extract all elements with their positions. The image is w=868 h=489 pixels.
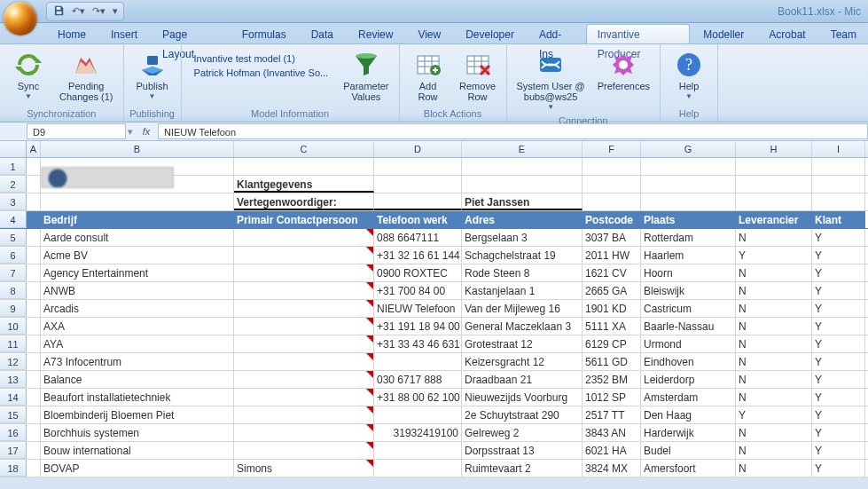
- cell[interactable]: Urmond: [641, 335, 736, 352]
- cell[interactable]: Y: [812, 282, 865, 299]
- row-header[interactable]: 5: [0, 229, 27, 246]
- cell[interactable]: [27, 371, 41, 388]
- cell[interactable]: [374, 353, 462, 370]
- cell[interactable]: [27, 406, 41, 423]
- cell[interactable]: 5611 GD: [583, 353, 641, 370]
- cell[interactable]: [234, 442, 374, 459]
- ribbon-tab-team[interactable]: Team: [819, 24, 868, 43]
- cell[interactable]: Y: [812, 335, 865, 352]
- cell[interactable]: 2e Schuytstraat 290: [462, 406, 583, 423]
- ribbon-tab-invantive-producer[interactable]: Invantive Producer: [586, 24, 691, 43]
- cell[interactable]: 1621 CV: [583, 264, 641, 281]
- column-title[interactable]: Leverancier: [736, 211, 812, 228]
- cell[interactable]: +31 191 18 94 00: [374, 318, 462, 335]
- column-title[interactable]: Bedrijf: [41, 211, 234, 228]
- cell[interactable]: Y: [812, 442, 865, 459]
- cell[interactable]: [27, 389, 41, 406]
- cell[interactable]: N: [736, 229, 812, 246]
- column-header[interactable]: G: [641, 141, 736, 157]
- cell[interactable]: [374, 442, 462, 459]
- cell[interactable]: [234, 424, 374, 441]
- cell[interactable]: 3843 AN: [583, 424, 641, 441]
- cell[interactable]: [234, 353, 374, 370]
- cell[interactable]: N: [736, 442, 812, 459]
- row-header[interactable]: 18: [0, 460, 27, 477]
- cell[interactable]: Arcadis: [41, 300, 234, 317]
- cell[interactable]: [641, 158, 736, 175]
- cell[interactable]: [374, 193, 462, 210]
- cell[interactable]: [41, 193, 234, 210]
- cell[interactable]: 3037 BA: [583, 229, 641, 246]
- cell[interactable]: [234, 389, 374, 406]
- cell[interactable]: Harderwijk: [641, 424, 736, 441]
- cell[interactable]: Y: [736, 247, 812, 264]
- cell[interactable]: [27, 176, 41, 193]
- cell[interactable]: Y: [812, 389, 865, 406]
- row-header[interactable]: 9: [0, 300, 27, 317]
- preferences-button[interactable]: Preferences: [593, 48, 654, 94]
- model-name-link[interactable]: Invantive test model (1): [194, 53, 329, 64]
- qat-customize-icon[interactable]: ▾: [113, 5, 118, 17]
- row-header[interactable]: 13: [0, 371, 27, 388]
- cell[interactable]: AXA: [41, 318, 234, 335]
- cell[interactable]: [234, 229, 374, 246]
- cell[interactable]: General Maczeklaan 3: [462, 318, 583, 335]
- column-title[interactable]: Telefoon werk: [374, 211, 462, 228]
- cell[interactable]: [27, 353, 41, 370]
- cell[interactable]: [27, 264, 41, 281]
- cell[interactable]: Haarlem: [641, 247, 736, 264]
- select-all-corner[interactable]: [0, 141, 27, 157]
- cell[interactable]: [27, 229, 41, 246]
- cell[interactable]: ANWB: [41, 282, 234, 299]
- cell[interactable]: [583, 193, 641, 210]
- cell[interactable]: Budel: [641, 442, 736, 459]
- cell[interactable]: BOVAP: [41, 460, 234, 477]
- cell[interactable]: [27, 158, 41, 175]
- cell[interactable]: [234, 247, 374, 264]
- cell[interactable]: Gelreweg 2: [462, 424, 583, 441]
- column-header[interactable]: D: [374, 141, 462, 157]
- column-header[interactable]: E: [462, 141, 583, 157]
- ribbon-tab-data[interactable]: Data: [300, 24, 345, 43]
- row-header[interactable]: 3: [0, 193, 27, 210]
- remove-row-button[interactable]: Remove Row: [455, 48, 501, 105]
- cell[interactable]: [234, 371, 374, 388]
- cell[interactable]: 1901 KD: [583, 300, 641, 317]
- cell[interactable]: [234, 282, 374, 299]
- cell[interactable]: [27, 318, 41, 335]
- parameter-values-button[interactable]: Parameter Values: [339, 48, 393, 105]
- cell[interactable]: Aarde consult: [41, 229, 234, 246]
- cell[interactable]: [27, 300, 41, 317]
- row-header[interactable]: 7: [0, 264, 27, 281]
- cell[interactable]: 2665 GA: [583, 282, 641, 299]
- cell[interactable]: [27, 282, 41, 299]
- cell[interactable]: Simons: [234, 460, 374, 477]
- cell[interactable]: Hoorn: [641, 264, 736, 281]
- pending-changes-button[interactable]: Pending Changes (1): [55, 48, 118, 105]
- ribbon-tab-add-ins[interactable]: Add-Ins: [528, 24, 584, 43]
- cell[interactable]: Eindhoven: [641, 353, 736, 370]
- ribbon-tab-insert[interactable]: Insert: [99, 24, 149, 43]
- formula-input[interactable]: NIEUW Telefoon: [158, 123, 868, 139]
- cell[interactable]: [374, 460, 462, 477]
- column-title[interactable]: Postcode: [583, 211, 641, 228]
- cell[interactable]: Agency Entertainment: [41, 264, 234, 281]
- help-button[interactable]: ? Help ▼: [666, 48, 712, 105]
- cell[interactable]: +31 88 00 62 100: [374, 389, 462, 406]
- cell[interactable]: Y: [812, 353, 865, 370]
- cell[interactable]: Y: [812, 424, 865, 441]
- row-header[interactable]: 16: [0, 424, 27, 441]
- cell[interactable]: [583, 176, 641, 193]
- office-button[interactable]: [4, 2, 37, 35]
- system-user-button[interactable]: System User @ bubs@ws25 ▼: [512, 48, 590, 115]
- row-header[interactable]: 2: [0, 176, 27, 193]
- cell[interactable]: [234, 318, 374, 335]
- cell[interactable]: N: [736, 335, 812, 352]
- cell[interactable]: [234, 158, 374, 175]
- cell[interactable]: Y: [812, 371, 865, 388]
- row-header[interactable]: 12: [0, 353, 27, 370]
- cell[interactable]: Bergselaan 3: [462, 229, 583, 246]
- cell[interactable]: N: [736, 318, 812, 335]
- cell[interactable]: N: [736, 389, 812, 406]
- column-header[interactable]: C: [234, 141, 374, 157]
